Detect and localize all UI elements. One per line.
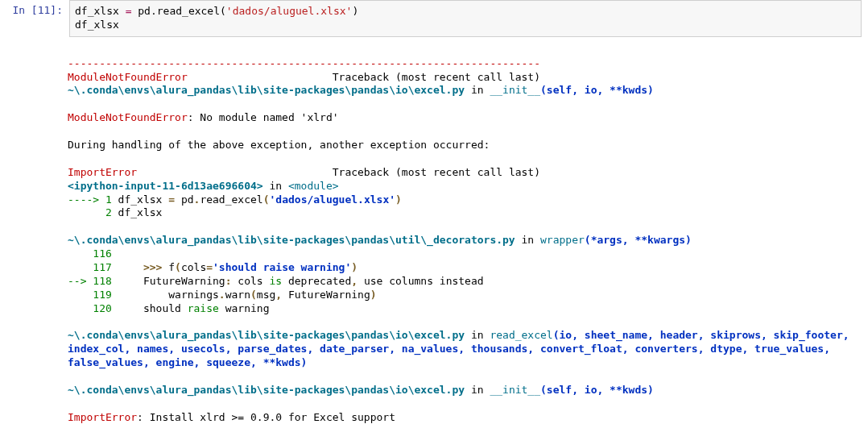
error-name-2: ImportError [68,166,137,178]
file-location-2: ~\.conda\envs\alura_pandas\lib\site-pack… [68,234,515,246]
notebook-cell: In [11]: df_xlsx = pd.read_excel('dados/… [0,0,868,37]
final-error-name: ImportError [68,411,137,423]
ipython-module: <module> [288,180,339,192]
func-sig-4: (self, io, **kwds) [540,384,654,396]
code-line-1: df_xlsx = pd.read_excel('dados/aluguel.x… [75,5,856,19]
func-name-3: read_excel [490,329,552,341]
func-sig-2: (*args, **kwargs) [585,234,692,246]
arrow-1: ----> 1 [68,193,112,206]
final-error-msg: : Install xlrd >= 0.9.0 for Excel suppor… [137,411,395,423]
ipython-input-loc: <ipython-input-11-6d13ae696604> [68,180,263,192]
line-num-2: 2 [68,206,112,218]
error-name-1: ModuleNotFoundError [68,71,188,83]
code-input[interactable]: df_xlsx = pd.read_excel('dados/aluguel.x… [69,0,862,37]
during-text: During handling of the above exception, … [68,139,490,151]
file-location-1: ~\.conda\envs\alura_pandas\lib\site-pack… [68,84,465,96]
arrow-118: --> 118 [68,275,112,287]
error-msg-1: : No module named 'xlrd' [188,111,339,123]
code-line-2: df_xlsx [75,19,856,32]
error-name-1b: ModuleNotFoundError [68,111,188,123]
traceback-label-2: Traceback (most recent call last) [333,166,540,178]
file-location-4: ~\.conda\envs\alura_pandas\lib\site-pack… [68,384,465,396]
func-sig-1: (self, io, **kwds) [540,84,654,96]
traceback-label: Traceback (most recent call last) [333,71,540,83]
func-name-2: wrapper [540,234,585,246]
file-location-3: ~\.conda\envs\alura_pandas\lib\site-pack… [68,329,465,341]
traceback-output: ----------------------------------------… [63,37,868,424]
func-name-4: __init__ [490,384,540,396]
input-prompt: In [11]: [0,0,69,22]
func-name-1: __init__ [490,84,540,96]
dash-line: ----------------------------------------… [68,57,540,69]
